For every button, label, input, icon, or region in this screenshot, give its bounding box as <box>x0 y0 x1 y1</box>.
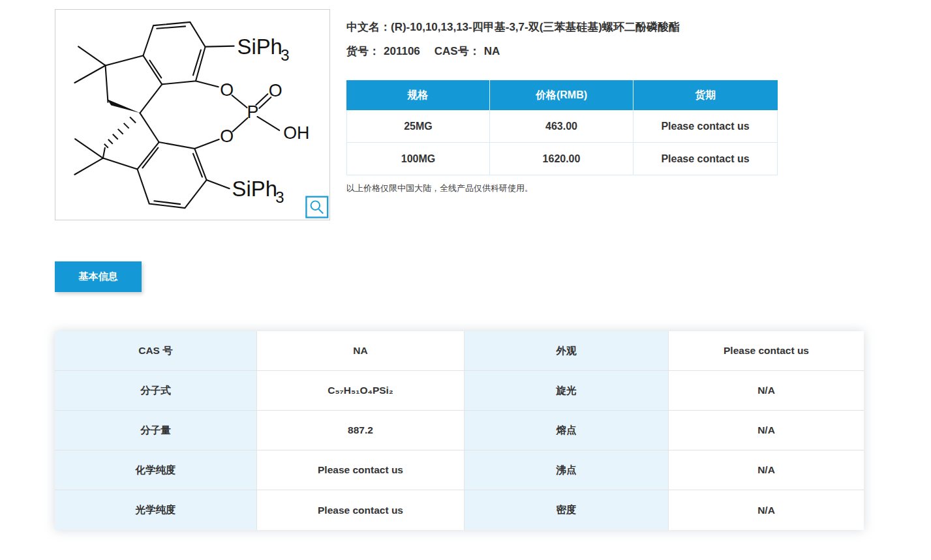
info-value: N/A <box>669 450 864 490</box>
top-benzene-ring <box>143 22 205 84</box>
price-cell-price: 1620.00 <box>490 143 633 175</box>
price-header-price: 价格(RMB) <box>490 80 633 110</box>
info-label: 外观 <box>465 331 669 370</box>
molecule-structure-svg: O O P OH O SiPh 3 SiPh 3 <box>55 10 329 220</box>
price-cell-spec: 25MG <box>346 110 490 142</box>
product-name-line: 中文名：(R)-10,10,13,13-四甲基-3,7-双(三苯基硅基)螺环二酚… <box>346 20 680 35</box>
info-value: C₅₇H₅₁O₄PSi₂ <box>257 371 465 410</box>
info-table-row: 化学纯度 Please contact us 沸点 N/A <box>55 450 864 490</box>
info-value: Please contact us <box>257 490 465 530</box>
tab-basic-info[interactable]: 基本信息 <box>55 261 142 292</box>
siph3-top-label: SiPh <box>237 35 282 59</box>
siph3-top-subscript: 3 <box>281 46 289 64</box>
siph3-bottom-label: SiPh <box>232 177 277 201</box>
price-table-row: 100MG 1620.00 Please contact us <box>346 143 778 175</box>
info-value: NA <box>257 331 465 370</box>
price-table-row: 25MG 463.00 Please contact us <box>346 110 778 143</box>
info-table-row: 分子量 887.2 熔点 N/A <box>55 411 864 450</box>
info-label: 熔点 <box>465 411 669 450</box>
hash-bond <box>104 117 136 147</box>
price-cell-leadtime: Please contact us <box>633 143 778 175</box>
structure-image-box: O O P OH O SiPh 3 SiPh 3 <box>55 9 330 220</box>
price-header-leadtime: 货期 <box>633 80 778 110</box>
cas-label: CAS号： <box>435 45 480 57</box>
sku-label: 货号： <box>346 45 380 57</box>
info-value: N/A <box>669 490 864 530</box>
info-table-row: 分子式 C₅₇H₅₁O₄PSi₂ 旋光 N/A <box>55 371 864 411</box>
info-label: 分子量 <box>55 411 257 450</box>
magnifier-icon[interactable] <box>306 197 328 218</box>
info-label: 沸点 <box>465 450 669 490</box>
info-value: Please contact us <box>257 450 465 490</box>
info-value: 887.2 <box>257 411 465 450</box>
price-cell-leadtime: Please contact us <box>633 110 778 142</box>
product-name-label: 中文名： <box>346 21 391 33</box>
sku-value: 201106 <box>384 45 420 57</box>
bottom-benzene-ring <box>138 142 207 208</box>
oxygen-double-label: O <box>269 81 282 100</box>
price-cell-price: 463.00 <box>490 110 633 142</box>
info-label: 分子式 <box>55 371 257 410</box>
basic-info-table: CAS 号 NA 外观 Please contact us 分子式 C₅₇H₅₁… <box>55 331 864 530</box>
info-table-row: CAS 号 NA 外观 Please contact us <box>55 331 864 371</box>
wedge-bond <box>107 99 140 113</box>
info-table-row: 光学纯度 Please contact us 密度 N/A <box>55 490 864 530</box>
info-value: N/A <box>669 371 864 410</box>
oxygen-top-label: O <box>220 80 234 100</box>
info-value: Please contact us <box>669 331 864 370</box>
info-label: 化学纯度 <box>55 450 257 490</box>
cas-value: NA <box>484 45 500 57</box>
price-header-spec: 规格 <box>346 80 490 110</box>
info-label: 旋光 <box>465 371 669 410</box>
info-label: CAS 号 <box>55 331 257 370</box>
info-value: N/A <box>669 411 864 450</box>
phosphorus-atom-label: P <box>247 102 258 122</box>
price-note: 以上价格仅限中国大陆，全线产品仅供科研使用。 <box>346 183 533 194</box>
oxygen-bottom-label: O <box>220 126 234 146</box>
price-table: 规格 价格(RMB) 货期 25MG 463.00 Please contact… <box>346 80 778 175</box>
price-table-header-row: 规格 价格(RMB) 货期 <box>346 80 778 110</box>
hydroxyl-label: OH <box>283 123 309 143</box>
info-label: 密度 <box>465 490 669 530</box>
price-cell-spec: 100MG <box>346 143 490 175</box>
siph3-bottom-subscript: 3 <box>275 188 284 206</box>
sku-cas-line: 货号：201106CAS号：NA <box>346 44 504 59</box>
info-label: 光学纯度 <box>55 490 257 530</box>
product-name-value: (R)-10,10,13,13-四甲基-3,7-双(三苯基硅基)螺环二酚磷酸酯 <box>391 21 680 33</box>
